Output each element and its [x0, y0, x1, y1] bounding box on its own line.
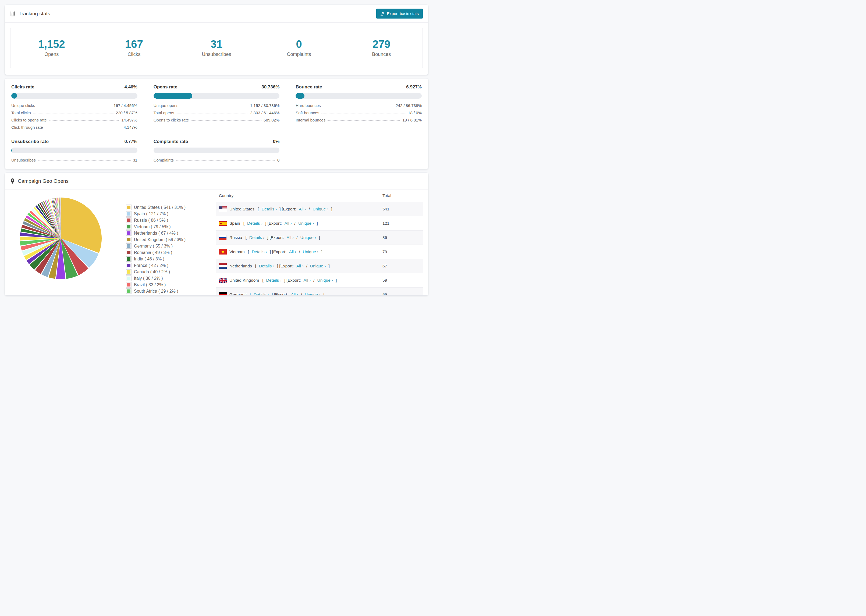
stat-box-complaints: 0Complaints: [258, 28, 340, 68]
geo-legend: United States ( 541 / 31% )Spain ( 121 /…: [126, 190, 215, 295]
legend-label: Spain ( 121 / 7% ): [134, 211, 168, 216]
progress-bar: [11, 93, 137, 99]
rate-value: 6.927%: [406, 84, 422, 90]
export-all-link[interactable]: All ›: [291, 292, 298, 295]
export-unique-link[interactable]: Unique ›: [305, 292, 321, 295]
bracket: ] [Export:: [272, 292, 288, 295]
stat-label: Unsubscribes: [175, 52, 258, 57]
bracket: ]: [321, 250, 322, 254]
geo-content: United States ( 541 / 31% )Spain ( 121 /…: [5, 190, 428, 295]
rate-head: Bounce rate6.927%: [296, 84, 422, 90]
geo-pie-wrap: [5, 190, 126, 295]
bracket: /: [299, 250, 300, 254]
export-unique-link[interactable]: Unique ›: [298, 221, 314, 226]
rate-stat-value: 167 / 4.456%: [113, 104, 137, 107]
bracket: [: [255, 264, 256, 269]
country-cell: United States[Details ›] [Export:All ›/U…: [219, 206, 377, 212]
rate-stat-label: Clicks to opens rate: [11, 118, 47, 122]
progress-bar: [296, 93, 422, 99]
rate-value: 4.46%: [124, 84, 137, 90]
country-column-header: Country: [216, 190, 380, 202]
rate-stat-row: Total opens2,303 / 61.446%: [154, 111, 280, 115]
details-link[interactable]: Details ›: [261, 207, 277, 212]
bracket: ] [Export:: [267, 235, 284, 240]
legend-swatch-icon: [126, 243, 132, 249]
legend-label: Vietnam ( 79 / 5% ): [134, 224, 171, 229]
progress-bar-fill: [296, 93, 304, 99]
stat-value: 0: [258, 38, 340, 50]
export-all-link[interactable]: All ›: [296, 264, 304, 269]
details-link[interactable]: Details ›: [249, 235, 265, 240]
rate-value: 0.77%: [124, 139, 137, 144]
map-pin-icon: [10, 178, 15, 184]
export-unique-link[interactable]: Unique ›: [301, 235, 316, 240]
export-basic-stats-button[interactable]: Export basic stats: [376, 9, 423, 19]
bracket: ]: [323, 292, 324, 295]
country-name: Germany: [230, 292, 247, 295]
rate-stat-value: 14.497%: [121, 118, 137, 122]
rate-stat-row: Complaints0: [154, 158, 280, 162]
rate-section-unsubscribe-rate: Unsubscribe rate0.77%Unsubscribes31: [11, 139, 137, 162]
export-unique-link[interactable]: Unique ›: [317, 278, 333, 283]
country-name: United States: [230, 207, 254, 212]
country-total: 59: [380, 273, 423, 288]
rate-stat-value: 1,152 / 30.736%: [250, 104, 279, 107]
rate-value: 30.736%: [261, 84, 279, 90]
legend-item-spain: Spain ( 121 / 7% ): [126, 211, 215, 217]
bracket: ] [Export:: [279, 207, 296, 212]
details-link[interactable]: Details ›: [254, 292, 269, 295]
export-all-link[interactable]: All ›: [304, 278, 311, 283]
export-all-link[interactable]: All ›: [299, 207, 306, 212]
export-all-link[interactable]: All ›: [289, 250, 296, 254]
tracking-stats-card: Tracking stats Export basic stats 1,152O…: [5, 5, 428, 75]
rate-section-opens-rate: Opens rate30.736%Unique opens1,152 / 30.…: [154, 84, 280, 129]
country-cell: Netherlands[Details ›] [Export:All ›/Uni…: [219, 263, 377, 269]
dotted-leader: [181, 106, 248, 106]
rate-stat-value: 220 / 5.87%: [116, 111, 137, 115]
rate-stat-row: Unique opens1,152 / 30.736%: [154, 104, 280, 107]
dotted-leader: [37, 106, 111, 106]
bracket: ] [Export:: [277, 264, 294, 269]
details-link[interactable]: Details ›: [259, 264, 274, 269]
legend-item-united-states: United States ( 541 / 31% ): [126, 204, 215, 211]
details-link[interactable]: Details ›: [266, 278, 282, 283]
bracket: ]: [331, 207, 332, 212]
geo-pie-chart: [19, 196, 103, 280]
stat-value: 31: [175, 38, 258, 50]
rate-section-complaints-rate: Complaints rate0%Complaints0: [154, 139, 280, 162]
country-name: Vietnam: [230, 250, 245, 254]
rate-stat-label: Internal bounces: [296, 118, 326, 122]
geo-table-wrap: Country Total United States[Details ›] […: [215, 190, 428, 295]
details-link[interactable]: Details ›: [247, 221, 263, 226]
legend-swatch-icon: [126, 256, 132, 262]
tracking-stats-title: Tracking stats: [10, 11, 50, 17]
geo-table-row-russia: Russia[Details ›] [Export:All ›/Unique ›…: [216, 231, 423, 245]
country-total: 86: [380, 231, 423, 245]
flag-netherlands-icon: [219, 263, 227, 269]
export-all-link[interactable]: All ›: [287, 235, 294, 240]
rate-stat-value: 19 / 6.81%: [402, 118, 422, 122]
legend-item-united-kingdom: United Kingdom ( 59 / 3% ): [126, 236, 215, 243]
export-button-label: Export basic stats: [387, 11, 419, 16]
summary-stats-row: 1,152Opens167Clicks31Unsubscribes0Compla…: [10, 28, 423, 68]
export-all-link[interactable]: All ›: [285, 221, 292, 226]
legend-swatch-icon: [126, 204, 132, 210]
geo-table: Country Total United States[Details ›] […: [216, 190, 423, 295]
details-link[interactable]: Details ›: [252, 250, 267, 254]
country-cell: Spain[Details ›] [Export:All ›/Unique ›]: [219, 221, 377, 226]
legend-item-vietnam: Vietnam ( 79 / 5% ): [126, 223, 215, 230]
export-unique-link[interactable]: Unique ›: [313, 207, 328, 212]
rate-stat-value: 2,303 / 61.446%: [250, 111, 279, 115]
bracket: ] [Export:: [265, 221, 282, 226]
rates-grid: Clicks rate4.46%Unique clicks167 / 4.456…: [11, 84, 422, 162]
legend-item-brazil: Brazil ( 33 / 2% ): [126, 281, 215, 288]
rate-stat-value: 242 / 86.738%: [395, 104, 422, 107]
bracket: [: [258, 207, 259, 212]
export-unique-link[interactable]: Unique ›: [310, 264, 326, 269]
rate-stat-label: Hard bounces: [296, 104, 321, 107]
stat-box-bounces: 279Bounces: [340, 28, 422, 68]
export-unique-link[interactable]: Unique ›: [303, 250, 319, 254]
rate-head: Opens rate30.736%: [154, 84, 280, 90]
stat-value: 1,152: [11, 38, 93, 50]
stat-label: Bounces: [340, 52, 422, 57]
